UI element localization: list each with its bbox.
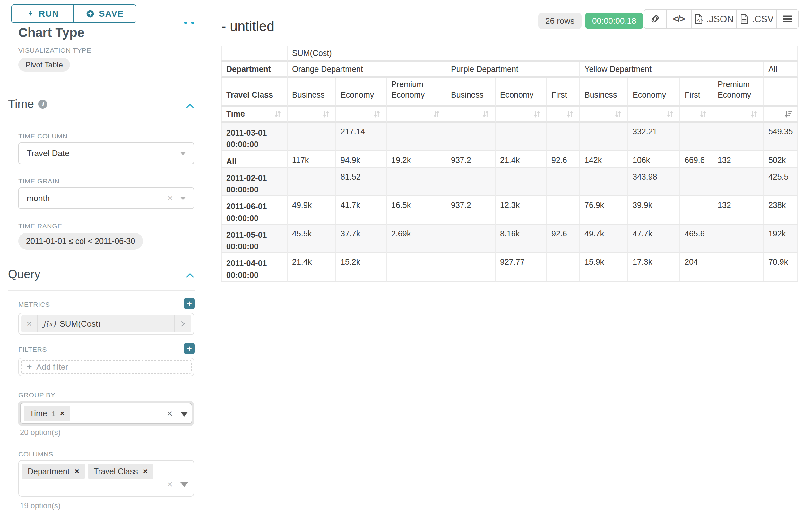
chip-label: Travel Class <box>94 467 138 476</box>
columns-chip-travel-class[interactable]: Travel Class × <box>88 464 153 479</box>
clear-icon[interactable]: × <box>167 408 173 420</box>
save-button-label: SAVE <box>99 9 124 19</box>
pivot-data-row: 2011-03-01 00:00:00217.14332.21549.35 <box>221 123 798 151</box>
caret-down-icon[interactable] <box>180 412 188 417</box>
pivot-sort-cell <box>580 107 628 123</box>
query-duration-badge: 00:00:00.18 <box>585 13 643 29</box>
chip-close-icon[interactable]: × <box>143 467 148 476</box>
chevron-right-icon[interactable] <box>174 315 191 332</box>
pivot-value-cell: 92.6 <box>547 151 580 168</box>
time-grain-select[interactable]: month × <box>18 187 194 209</box>
sort-icon[interactable] <box>321 109 331 119</box>
run-button[interactable]: RUN <box>12 5 74 23</box>
group-by-select[interactable]: Time i × <box>20 403 192 424</box>
metric-chip[interactable]: × ƒ(x) SUM(Cost) <box>21 315 191 332</box>
columns-select[interactable]: Department × Travel Class × <box>18 460 194 497</box>
columns-chip-department[interactable]: Department × <box>22 464 85 479</box>
pivot-value-cell: 21.4k <box>288 253 336 282</box>
pivot-value-cell <box>580 168 628 197</box>
pivot-sort-cell <box>764 107 798 123</box>
chevron-up-icon[interactable] <box>185 271 195 280</box>
pivot-col-header: Economy <box>496 78 547 107</box>
pivot-value-cell: 106k <box>628 151 680 168</box>
sort-icon[interactable] <box>273 109 283 119</box>
chip-close-icon[interactable]: × <box>60 409 64 418</box>
query-section-header[interactable]: Query <box>8 268 40 281</box>
json-label: .JSON <box>706 14 734 24</box>
pivot-sort-cell <box>336 107 387 123</box>
pivot-value-cell: 937.2 <box>446 196 496 225</box>
chart-type-section-title: Chart Type <box>18 25 84 40</box>
pivot-value-cell: 204 <box>680 253 713 282</box>
info-icon: i <box>52 410 55 417</box>
time-grain-label: TIME GRAIN <box>18 177 60 185</box>
pivot-value-cell: 117k <box>288 151 336 168</box>
info-icon: i <box>38 100 47 109</box>
visualization-type-label: VISUALIZATION TYPE <box>18 47 91 54</box>
sort-icon[interactable] <box>532 109 542 119</box>
group-by-options-hint: 20 option(s) <box>20 428 61 437</box>
filters-label: FILTERS <box>18 346 47 353</box>
export-csv-button[interactable]: .CSV <box>737 10 777 28</box>
pivot-data-row: 2011-02-01 00:00:0081.52343.98425.5 <box>221 168 798 197</box>
run-button-label: RUN <box>39 9 59 19</box>
add-filter-button[interactable]: + Add filter <box>21 360 192 374</box>
share-link-button[interactable] <box>644 10 667 28</box>
pivot-row-label: 2011-03-01 00:00:00 <box>221 123 288 151</box>
sort-icon[interactable] <box>372 109 382 119</box>
save-button[interactable]: SAVE <box>74 5 136 23</box>
clear-icon[interactable]: × <box>167 193 173 203</box>
pivot-col-header: Business <box>580 78 628 107</box>
visualization-type-pill[interactable]: Pivot Table <box>18 58 70 72</box>
sort-icon[interactable] <box>665 109 675 119</box>
metric-name: SUM(Cost) <box>59 319 101 329</box>
clear-icon[interactable]: × <box>167 479 173 490</box>
sort-icon[interactable] <box>613 109 623 119</box>
sort-icon[interactable] <box>749 109 759 119</box>
pivot-data-row: 2011-05-01 00:00:0045.5k37.7k2.69k8.16k9… <box>221 225 798 253</box>
pivot-value-cell: 45.5k <box>288 225 336 253</box>
chart-title[interactable]: - untitled <box>222 18 274 34</box>
group-by-label: GROUP BY <box>18 391 55 399</box>
group-by-chip-time[interactable]: Time i × <box>24 406 70 421</box>
pivot-data-row: 2011-04-01 00:00:0021.4k15.2k927.7715.9k… <box>221 253 798 282</box>
more-options-button[interactable] <box>777 10 798 28</box>
caret-down-icon <box>180 197 186 200</box>
add-metric-button[interactable]: + <box>184 298 195 309</box>
chart-panel: - untitled 26 rows 00:00:00.18 </> </> .… <box>205 0 812 514</box>
chip-close-icon[interactable]: × <box>75 467 79 476</box>
caret-down-icon[interactable] <box>180 482 188 487</box>
pivot-value-cell <box>680 168 713 197</box>
filters-field: + Add filter <box>18 357 194 376</box>
pivot-sort-cell <box>387 107 446 123</box>
pivot-value-cell: 21.4k <box>496 151 547 168</box>
section-divider <box>8 117 195 118</box>
time-range-pill[interactable]: 2011-01-01 ≤ col < 2011-06-30 <box>18 233 143 250</box>
pivot-value-cell: 47.7k <box>628 225 680 253</box>
sort-icon[interactable] <box>432 109 441 119</box>
pivot-value-cell <box>713 225 764 253</box>
export-json-button[interactable]: </> .JSON <box>692 10 737 28</box>
sort-desc-active-icon[interactable] <box>783 109 793 119</box>
time-column-select[interactable]: Travel Date <box>18 142 194 164</box>
chevron-up-icon[interactable] <box>185 102 195 110</box>
superset-explore-view: RUN SAVE Chart Type VISUALIZATION TYPE P… <box>0 0 812 514</box>
plus-icon: + <box>27 362 32 372</box>
sort-icon[interactable] <box>565 109 575 119</box>
sort-icon[interactable] <box>698 109 708 119</box>
pivot-value-cell: 2.69k <box>387 225 446 253</box>
svg-text:</>: </> <box>696 18 703 22</box>
pivot-value-cell: 132 <box>713 151 764 168</box>
remove-metric-icon[interactable]: × <box>21 315 38 332</box>
pivot-value-cell <box>547 253 580 282</box>
pivot-value-cell: 549.35 <box>764 123 798 151</box>
sort-icon[interactable] <box>481 109 490 119</box>
pivot-value-cell: 15.2k <box>336 253 387 282</box>
time-section-header[interactable]: Time i <box>8 97 47 111</box>
view-query-button[interactable]: </> <box>667 10 692 28</box>
add-filter-plus-button[interactable]: + <box>184 343 195 354</box>
section-divider <box>8 290 195 291</box>
pivot-value-cell <box>496 168 547 197</box>
pivot-value-cell: 192k <box>764 225 798 253</box>
time-column-value: Travel Date <box>27 148 69 158</box>
